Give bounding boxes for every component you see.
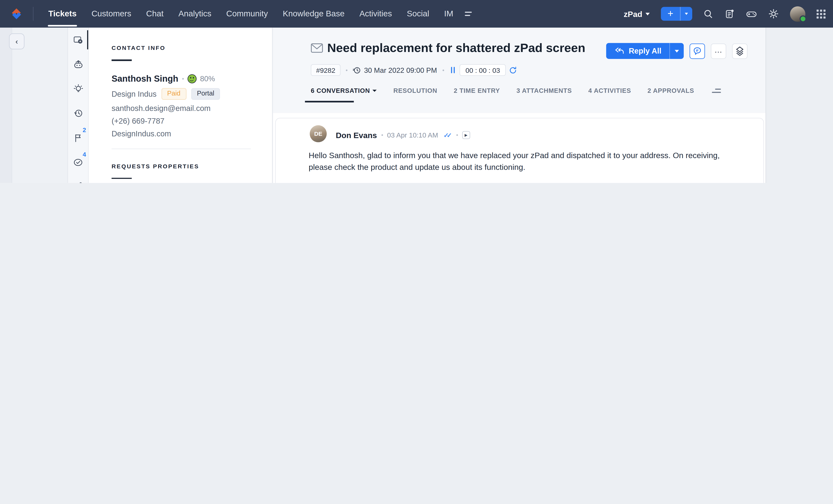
rail-item-approvals[interactable]: 4	[68, 150, 88, 174]
split-ticket-button[interactable]	[732, 43, 747, 59]
pause-timer-button[interactable]	[449, 67, 456, 73]
contact-phone[interactable]: (+26) 669-7787	[112, 117, 251, 125]
rail-item-share[interactable]	[68, 174, 88, 183]
email-channel-icon	[311, 43, 323, 53]
nav-item-activities[interactable]: Activities	[352, 0, 400, 28]
rail-item-ticket-properties[interactable]	[68, 28, 88, 52]
share-icon	[73, 181, 83, 183]
folder-gear-icon	[73, 35, 83, 45]
tab-conversation[interactable]: 6 CONVERSATION	[311, 87, 377, 95]
nav-item-social[interactable]: Social	[400, 0, 437, 28]
clock-icon	[353, 66, 361, 74]
ticket-id-chip[interactable]: #9282	[311, 64, 341, 76]
tab-approvals[interactable]: 2 APPROVALS	[647, 87, 694, 95]
settings-gear-icon[interactable]	[768, 8, 779, 19]
ticket-created-time: 30 Mar 2022 09:00 PM	[353, 66, 437, 74]
bot-icon	[73, 59, 83, 69]
collapsed-list-panel	[12, 28, 68, 183]
contact-website[interactable]: DesignIndus.com	[112, 129, 251, 138]
comment-button[interactable]	[690, 43, 705, 59]
search-icon[interactable]	[704, 9, 713, 19]
contact-email[interactable]: santhosh.design@email.com	[112, 104, 251, 112]
nav-item-community[interactable]: Community	[219, 0, 275, 28]
rail-item-history[interactable]	[68, 101, 88, 125]
more-tabs-icon[interactable]	[712, 89, 721, 93]
right-gutter	[765, 28, 833, 183]
back-button[interactable]: ‹	[9, 33, 24, 50]
reset-timer-icon[interactable]	[509, 66, 517, 74]
expand-message-icon[interactable]: ▶	[462, 131, 470, 139]
section-underline	[112, 178, 132, 179]
contact-info-panel: CONTACT INFO Santhosh Singh 80% Design I…	[89, 28, 272, 183]
feeds-icon[interactable]	[725, 9, 735, 19]
history-clock-icon	[73, 108, 83, 118]
user-avatar[interactable]	[790, 6, 805, 22]
left-edge-strip	[0, 28, 12, 183]
zoho-desk-logo[interactable]	[8, 6, 24, 22]
contact-company[interactable]: Design Indus	[112, 90, 157, 98]
reply-options-dropdown[interactable]	[669, 43, 684, 59]
app-window: Tickets Customers Chat Analytics Communi…	[0, 0, 833, 183]
quick-add-button[interactable]: +	[661, 7, 692, 21]
comment-bubble-icon	[693, 46, 702, 55]
time-tracker: 00 : 00 : 03	[449, 64, 517, 76]
ticket-meta-row: #9282 30 Mar 2022 09:00 PM 00 : 00 : 03	[311, 64, 747, 76]
dot-separator	[346, 69, 348, 71]
contact-section-heading: CONTACT INFO	[112, 45, 251, 51]
nav-item-chat[interactable]: Chat	[139, 0, 171, 28]
rail-item-follow-flag[interactable]: 2	[68, 125, 88, 150]
nav-item-knowledge-base[interactable]: Knowledge Base	[275, 0, 352, 28]
properties-section-heading: REQUESTS PROPERTIES	[112, 163, 251, 169]
happiness-smiley-icon	[187, 74, 196, 83]
tab-resolution[interactable]: RESOLUTION	[393, 87, 437, 95]
nav-divider	[33, 7, 33, 21]
reply-all-button[interactable]: Reply All	[606, 43, 684, 59]
tab-activities[interactable]: 4 ACTIVITIES	[588, 87, 631, 95]
ticket-tools-rail: 2 4	[68, 28, 89, 183]
rail-item-zia-bot[interactable]	[68, 52, 88, 76]
more-actions-button[interactable]: …	[711, 43, 726, 59]
nav-item-customers[interactable]: Customers	[84, 0, 139, 28]
tab-attachments[interactable]: 3 ATTACHMENTS	[517, 87, 572, 95]
section-underline	[112, 59, 132, 61]
department-selector[interactable]: zPad	[624, 9, 650, 18]
rail-item-insights[interactable]	[68, 76, 88, 101]
main-menu: Tickets Customers Chat Analytics Communi…	[41, 0, 461, 28]
dot-separator	[182, 78, 184, 79]
active-tab-underline	[305, 101, 354, 102]
quick-add-dropdown[interactable]	[680, 7, 692, 21]
online-status-dot	[800, 15, 806, 22]
gamescope-icon[interactable]	[746, 9, 757, 19]
ticket-header: Need replacement for shattered zPad scre…	[273, 28, 766, 102]
check-circle-icon	[73, 157, 84, 167]
nav-item-analytics[interactable]: Analytics	[171, 0, 219, 28]
flag-icon	[73, 132, 83, 143]
portal-badge: Portal	[191, 88, 220, 100]
nav-item-im[interactable]: IM	[437, 0, 461, 28]
ticket-tabs: 6 CONVERSATION RESOLUTION 2 TIME ENTRY 3…	[311, 87, 747, 102]
timer-value: 00 : 00 : 03	[459, 64, 506, 76]
ellipsis-icon: …	[714, 45, 723, 54]
contact-name[interactable]: Santhosh Singh	[112, 74, 178, 83]
nav-right-cluster: zPad +	[624, 6, 826, 22]
message-author[interactable]: Don Evans	[336, 131, 377, 140]
app-grid-icon[interactable]	[817, 9, 826, 18]
read-receipt-icon: ✓✓	[444, 131, 452, 139]
top-navigation-bar: Tickets Customers Chat Analytics Communi…	[0, 0, 833, 28]
avatar[interactable]: DE	[310, 125, 327, 142]
chevron-down-icon	[645, 12, 650, 15]
flag-badge-count: 2	[83, 127, 86, 133]
paid-badge: Paid	[161, 88, 186, 100]
header-actions: Reply All …	[606, 43, 747, 59]
nav-item-tickets[interactable]: Tickets	[41, 0, 84, 28]
ticket-subject: Need replacement for shattered zPad scre…	[327, 39, 586, 57]
reply-all-icon	[614, 47, 624, 55]
tab-time-entry[interactable]: 2 TIME ENTRY	[454, 87, 500, 95]
chevron-down-icon	[373, 90, 377, 92]
approvals-badge-count: 4	[83, 151, 86, 157]
conversation-thread: DE Don Evans 03 Apr 10:10 AM ✓✓ ▶ Hello …	[273, 113, 766, 183]
plus-icon[interactable]: +	[661, 7, 680, 21]
more-menus-icon[interactable]	[465, 11, 472, 16]
happiness-score: 80%	[200, 74, 215, 83]
dot-separator	[381, 134, 383, 136]
